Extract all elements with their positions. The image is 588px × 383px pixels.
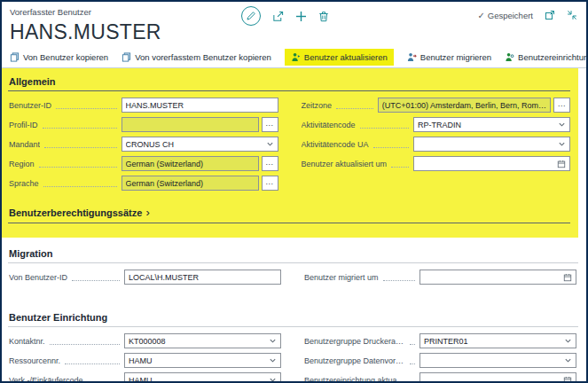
field-von-benutzer-id: Von Benutzer-ID [9, 270, 281, 285]
user-setup-icon [505, 52, 514, 62]
allgemein-right-column: Zeitzone (UTC+01:00) Amsterdam, Berlin, … [302, 98, 571, 191]
chevron-right-icon: › [145, 206, 149, 219]
section-heading-migration[interactable]: Migration [8, 246, 578, 263]
fasttab-benutzer-einrichtung: Benutzer Einrichtung Kontaktnr. KT000008… [2, 304, 586, 383]
field-profil-id: Profil-ID ... [9, 117, 278, 132]
new-plus-icon[interactable] [295, 11, 307, 22]
zeitzone-input[interactable]: (UTC+01:00) Amsterdam, Berlin, Bern, Rom… [378, 98, 551, 113]
von-benutzer-id-input[interactable] [124, 270, 281, 285]
header-status-area: ✓ Gespeichert [477, 10, 577, 20]
region-input[interactable]: German (Switzerland) [122, 156, 259, 171]
chevron-down-icon[interactable] [269, 376, 277, 383]
benutzergruppe-druckerauswahlen-select[interactable]: PRINTER01 [419, 333, 576, 348]
benutzergruppe-datenvorlagen-select[interactable] [419, 353, 576, 368]
field-verk-einkaeufercode: Verk.-/Einkäufercode HAMU [9, 372, 281, 383]
header-action-icons [241, 6, 329, 26]
field-aktivitaetencode-ua: Aktivitätencode UA [302, 137, 571, 152]
field-kontaktnr: Kontaktnr. KT000008 [9, 333, 281, 348]
benutzereinrichtung-aktualisiert-um-input[interactable] [419, 372, 576, 383]
action-update-user-setup[interactable]: Benutzereinrichtung aktualisieren [505, 52, 588, 62]
field-benutzer-aktualisiert-um: Benutzer aktualisiert um [302, 156, 571, 171]
field-benutzer-migriert-um: Benutzer migriert um [304, 270, 576, 285]
aktivitaetencode-ua-select[interactable] [413, 137, 570, 152]
assist-edit-button[interactable]: ... [262, 117, 278, 132]
edit-pencil-icon[interactable] [241, 6, 261, 26]
chevron-down-icon[interactable] [558, 121, 566, 129]
chevron-down-icon[interactable] [558, 140, 566, 148]
field-sprache: Sprache German (Switzerland) ... [9, 176, 278, 191]
copy-icon [10, 52, 20, 62]
save-status: ✓ Gespeichert [477, 11, 533, 20]
chevron-down-icon[interactable] [564, 356, 572, 364]
kontaktnr-select[interactable]: KT000008 [124, 333, 281, 348]
ressourcennr-select[interactable]: HAMU [124, 353, 281, 368]
calendar-icon[interactable] [557, 160, 566, 168]
check-icon: ✓ [477, 11, 484, 20]
assist-edit-button[interactable]: ... [262, 156, 278, 171]
field-zeitzone: Zeitzone (UTC+01:00) Amsterdam, Berlin, … [302, 98, 571, 113]
migration-left-column: Von Benutzer-ID [9, 270, 281, 285]
page-header: Vorerfasster Benutzer HANS.MUSTER ✓ Gesp… [2, 2, 586, 46]
action-migrate-user[interactable]: Benutzer migrieren [407, 52, 491, 62]
share-icon[interactable] [272, 11, 284, 22]
chevron-down-icon[interactable] [269, 356, 277, 364]
fasttab-allgemein: Allgemein Benutzer-ID Profil-ID ... Mand… [2, 68, 578, 238]
benutzer-migriert-um-input[interactable] [419, 270, 576, 285]
collapse-icon[interactable] [567, 10, 577, 20]
field-benutzergruppe-datenvorlagen: Benutzergruppe Datenvorlagen [304, 353, 576, 368]
aktivitaetencode-select[interactable]: RP-TRADIN [413, 117, 570, 132]
action-copy-from-preregistered-user[interactable]: Von vorerfasstem Benutzer kopieren [122, 52, 271, 62]
field-aktivitaetencode: Aktivitätencode RP-TRADIN [302, 117, 571, 132]
chevron-down-icon[interactable] [269, 337, 277, 345]
benutzer-aktualisiert-um-input[interactable] [413, 156, 570, 171]
field-ressourcennr: Ressourcennr. HAMU [9, 353, 281, 368]
chevron-down-icon[interactable] [266, 140, 274, 148]
assist-edit-button[interactable]: ... [553, 98, 570, 113]
field-mandant: Mandant CRONUS CH [9, 137, 278, 152]
user-refresh-icon [291, 52, 301, 62]
open-in-window-icon[interactable] [545, 10, 555, 20]
field-benutzereinrichtung-aktualisiert-um: Benutzereinrichtung aktualisiert um [304, 372, 576, 383]
section-heading-benutzerberechtigungssaetze[interactable]: Benutzerberechtigungssätze › [8, 203, 570, 223]
field-benutzer-id: Benutzer-ID [9, 98, 278, 113]
migration-right-column: Benutzer migriert um [304, 270, 576, 285]
sprache-input[interactable]: German (Switzerland) [122, 176, 259, 191]
field-region: Region German (Switzerland) ... [9, 156, 278, 171]
assist-edit-button[interactable]: ... [262, 176, 278, 191]
pre-registered-user-card-page: Vorerfasster Benutzer HANS.MUSTER ✓ Gesp… [0, 0, 588, 383]
calendar-icon[interactable] [563, 273, 572, 282]
benutzer-id-input[interactable] [122, 98, 278, 113]
benutzer-einrichtung-right-column: Benutzergruppe Druckerauswahlen PRINTER0… [304, 333, 576, 383]
action-copy-from-user[interactable]: Von Benutzer kopieren [10, 52, 108, 62]
scrollbar[interactable] [578, 69, 584, 379]
calendar-icon[interactable] [563, 376, 572, 383]
save-status-label: Gespeichert [488, 11, 533, 20]
verk-einkaeufercode-select[interactable]: HAMU [124, 372, 281, 383]
section-heading-allgemein[interactable]: Allgemein [8, 74, 570, 91]
command-bar: Von Benutzer kopieren Von vorerfasstem B… [2, 46, 586, 68]
section-heading-benutzer-einrichtung[interactable]: Benutzer Einrichtung [8, 309, 578, 327]
user-migrate-icon [407, 52, 417, 62]
allgemein-left-column: Benutzer-ID Profil-ID ... Mandant CRONUS… [9, 98, 278, 191]
action-update-user[interactable]: Benutzer aktualisieren [285, 49, 394, 66]
benutzer-einrichtung-left-column: Kontaktnr. KT000008 Ressourcennr. HAMU [9, 333, 281, 383]
delete-trash-icon[interactable] [318, 11, 329, 22]
fasttab-migration: Migration Von Benutzer-ID Benutzer migri… [2, 238, 586, 285]
copy-icon [122, 52, 131, 62]
field-benutzergruppe-druckerauswahlen: Benutzergruppe Druckerauswahlen PRINTER0… [304, 333, 576, 348]
mandant-select[interactable]: CRONUS CH [122, 137, 278, 152]
chevron-down-icon[interactable] [564, 337, 572, 345]
profil-id-input[interactable] [122, 117, 259, 132]
